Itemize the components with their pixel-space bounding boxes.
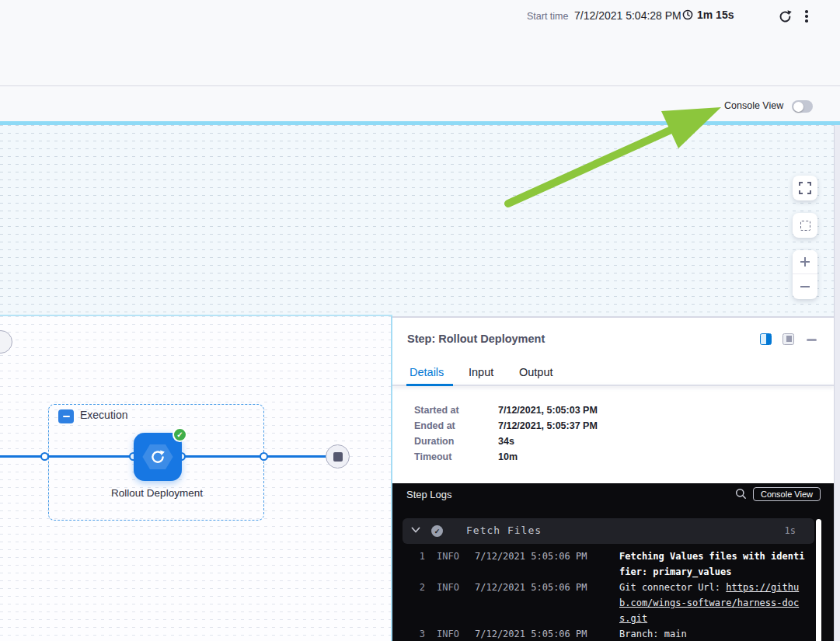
detail-label: Timeout [414,451,498,467]
step-details-panel: Step: Rollout Deployment Details Input O… [392,316,834,641]
split-view-left-icon[interactable] [760,333,772,345]
console-view-bar [0,87,840,121]
stop-square-icon [333,452,343,462]
log-level: INFO [437,626,459,641]
kebab-menu-icon[interactable] [798,6,815,26]
tab-output[interactable]: Output [519,366,553,378]
detail-value: 7/12/2021, 5:05:37 PM [498,420,598,436]
success-check-badge: ✓ [173,427,187,442]
log-message: Fetching Values files with identifier: p… [619,549,807,580]
minus-icon [799,280,811,293]
logs-scrollbar[interactable] [816,519,821,641]
log-message-prefix: Git connector Url: [619,582,726,593]
section-success-icon: ✓ [431,525,443,537]
node-label: Rollout Deployment [103,485,211,502]
refresh-button[interactable] [775,6,795,26]
line-number: 2 [414,580,425,595]
elapsed-duration: 1m 15s [682,9,734,21]
tab-input[interactable]: Input [469,366,493,378]
log-section-name: Fetch Files [466,524,542,536]
chevron-down-icon[interactable] [411,527,420,534]
log-line: 3 INFO 7/12/2021 5:05:06 PM Branch: main [392,626,816,641]
execution-group-label: Execution [80,409,127,421]
elapsed-text: 1m 15s [697,9,734,21]
start-time-value: 7/12/2021 5:04:28 PM [574,9,681,22]
tabs-divider [392,385,834,386]
console-view-label: Console View [724,100,783,111]
detail-label: Ended at [414,420,498,436]
log-message: Git connector Url: https://github.com/wi… [619,580,807,626]
search-icon[interactable] [735,488,747,500]
logs-console-view-button[interactable]: Console View [753,487,821,501]
plus-icon [799,256,811,268]
detail-label: Duration [414,436,498,451]
step-logs-panel: Step Logs Console View ✓ Fetch Files 1s … [392,483,834,641]
start-time-label: Start time [527,11,569,22]
toggle-knob [793,102,803,112]
marquee-icon [800,221,810,231]
fullscreen-icon [799,182,811,194]
connector-dot [40,452,49,461]
log-timestamp: 7/12/2021 5:05:06 PM [475,626,587,641]
minimize-panel-icon[interactable] [807,339,817,341]
log-line: 1 INFO 7/12/2021 5:05:06 PM Fetching Val… [392,549,816,580]
log-level: INFO [437,580,459,595]
line-number: 1 [414,549,425,564]
refresh-icon [778,9,793,24]
zoom-out-button[interactable] [793,274,817,298]
log-section-header[interactable]: ✓ Fetch Files 1s [403,518,814,544]
log-level: INFO [437,549,459,564]
detail-row-timeout: Timeout 10m [414,451,518,467]
active-tab-underline [406,384,453,386]
console-view-toggle[interactable] [792,100,813,113]
connector-dot [260,452,268,461]
canvas-horizontal-divider [0,315,392,316]
zoom-control-group [793,250,817,299]
log-lines: 1 INFO 7/12/2021 5:05:06 PM Fetching Val… [392,549,816,641]
fullscreen-button[interactable] [793,176,817,200]
stage-graph-canvas[interactable] [0,125,840,316]
panel-title: Step: Rollout Deployment [407,333,545,345]
detail-row-duration: Duration 34s [414,436,514,451]
detail-row-started: Started at 7/12/2021, 5:05:03 PM [414,405,598,420]
clock-icon [682,9,693,20]
pipeline-execution-screen: Start time 7/12/2021 5:04:28 PM 1m 15s C… [0,0,840,641]
log-section-duration: 1s [785,525,796,536]
log-timestamp: 7/12/2021 5:05:06 PM [475,580,587,595]
detail-row-ended: Ended at 7/12/2021, 5:05:37 PM [414,420,598,436]
line-number: 3 [414,626,425,641]
detail-value: 34s [498,436,514,451]
split-view-right-icon[interactable] [782,333,794,345]
zoom-in-button[interactable] [793,250,817,274]
detail-label: Started at [414,405,498,420]
fit-to-screen-button[interactable] [793,213,817,238]
log-line: 2 INFO 7/12/2021 5:05:06 PM Git connecto… [392,580,816,626]
stop-node[interactable] [326,444,350,469]
tab-details[interactable]: Details [410,366,444,378]
minus-icon [63,416,70,417]
collapse-group-button[interactable] [58,409,74,423]
hexagon-shape [142,444,173,470]
top-bar: Start time 7/12/2021 5:04:28 PM 1m 15s [0,0,840,86]
log-timestamp: 7/12/2021 5:05:06 PM [475,549,587,564]
step-logs-title: Step Logs [406,489,452,500]
right-edge-gutter [834,125,840,641]
detail-value: 7/12/2021, 5:05:03 PM [498,405,598,420]
log-message: Branch: main [619,626,807,641]
detail-value: 10m [498,451,518,467]
